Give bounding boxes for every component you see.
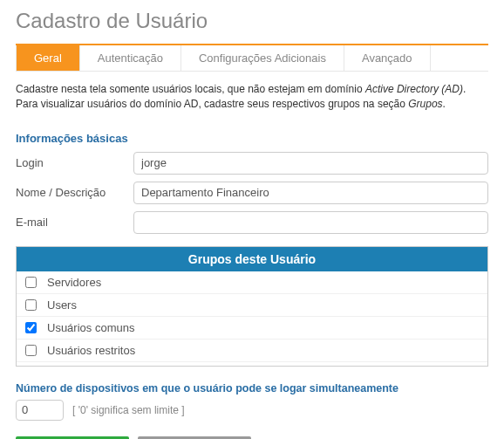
groups-panel: Grupos deste Usuário Servidores Users Us… [16, 246, 488, 367]
email-input[interactable] [133, 211, 488, 234]
group-label: Users [47, 298, 77, 312]
login-label: Login [16, 156, 133, 169]
email-label: E-mail [16, 216, 133, 229]
devices-hint: [ '0' significa sem limite ] [72, 404, 185, 416]
instruction-line2a: Para visualizar usuários do domínio AD, … [16, 98, 408, 110]
tab-advanced[interactable]: Avançado [344, 45, 431, 71]
name-label: Nome / Descrição [16, 186, 133, 199]
tab-additional-config[interactable]: Configurações Adicionais [181, 45, 344, 71]
group-item[interactable]: Servidores [17, 271, 487, 294]
group-checkbox-servidores[interactable] [25, 277, 37, 288]
groups-heading: Grupos deste Usuário [17, 247, 487, 271]
group-label: Servidores [47, 276, 101, 289]
group-checkbox-usuarios-comuns[interactable] [25, 322, 37, 333]
group-item[interactable]: Usuários restritos [17, 340, 487, 362]
page-title: Cadastro de Usuário [16, 9, 488, 33]
devices-input[interactable] [16, 400, 64, 421]
login-input[interactable] [133, 152, 488, 175]
group-item[interactable]: Usuários comuns [17, 317, 487, 340]
name-input[interactable] [133, 182, 488, 204]
instruction-line1b: Active Directory (AD) [365, 83, 463, 95]
tabs: Geral Autenticação Configurações Adicion… [16, 44, 488, 72]
group-item[interactable]: Users [17, 294, 487, 317]
devices-label: Número de dispositivos em que o usuário … [16, 382, 488, 394]
group-label: Usuários restritos [47, 344, 135, 357]
instructions: Cadastre nesta tela somente usuários loc… [16, 82, 488, 113]
instruction-line1a: Cadastre nesta tela somente usuários loc… [16, 83, 365, 95]
group-label: Usuários comuns [47, 321, 134, 334]
instruction-line2b: Grupos [408, 98, 442, 110]
group-checkbox-usuarios-restritos[interactable] [25, 345, 37, 356]
group-checkbox-users[interactable] [25, 299, 37, 311]
section-basic-info: Informações básicas [16, 132, 488, 145]
instruction-line1c: . [463, 83, 466, 95]
tab-general[interactable]: Geral [16, 45, 80, 71]
groups-list[interactable]: Servidores Users Usuários comuns Usuário… [17, 271, 487, 366]
instruction-line2c: . [443, 98, 446, 110]
tab-authentication[interactable]: Autenticação [80, 45, 181, 71]
